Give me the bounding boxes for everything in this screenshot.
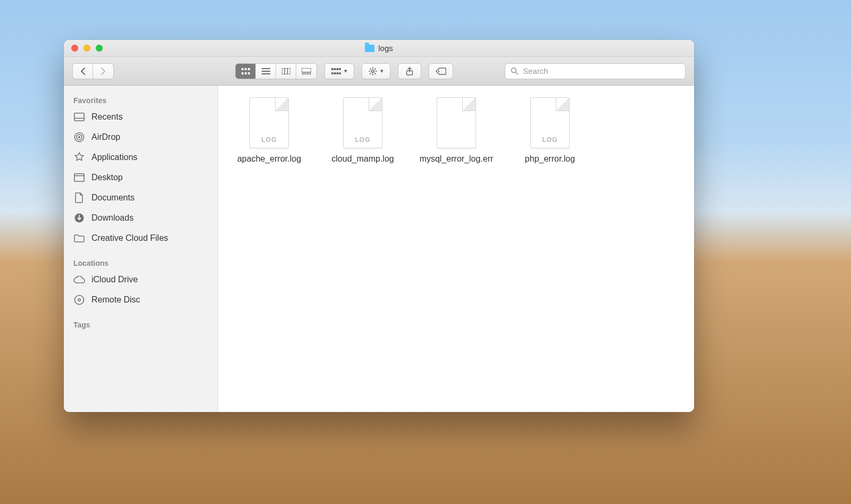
svg-rect-18 (334, 68, 336, 70)
view-columns-button[interactable] (276, 64, 296, 79)
file-kind-label: LOG (531, 136, 569, 144)
zoom-button[interactable] (96, 45, 103, 52)
file-name: mysql_error_log.err (420, 154, 494, 164)
sidebar-item-remote-disc[interactable]: Remote Disc (64, 290, 218, 310)
file-icon: LOG (249, 97, 289, 148)
file-name: apache_error.log (237, 154, 301, 164)
search-field[interactable] (505, 63, 686, 79)
tag-icon (436, 68, 446, 75)
file-icon: LOG (343, 97, 382, 148)
view-gallery-button[interactable] (296, 64, 316, 79)
file-icon (437, 97, 476, 148)
sidebar-item-label: Creative Cloud Files (91, 233, 168, 243)
toolbar: ▾ ▾ (64, 57, 694, 86)
search-input[interactable] (523, 66, 680, 75)
sidebar-item-label: Downloads (91, 213, 134, 223)
file-kind-label: LOG (250, 136, 288, 144)
downloads-icon (73, 212, 85, 224)
file-item[interactable]: LOGapache_error.log (224, 95, 314, 166)
svg-point-47 (78, 299, 80, 301)
sidebar-section-locations: Locations (64, 256, 218, 270)
file-item[interactable]: mysql_error_log.err (412, 95, 501, 166)
svg-rect-9 (282, 68, 290, 74)
svg-rect-14 (305, 73, 306, 74)
svg-point-46 (75, 296, 84, 305)
gear-icon (369, 67, 377, 75)
arrange-button[interactable]: ▾ (324, 63, 354, 79)
sidebar-item-creative-cloud[interactable]: Creative Cloud Files (64, 228, 218, 248)
search-icon (511, 67, 519, 75)
tags-button[interactable] (429, 63, 453, 79)
grid-icon (241, 68, 250, 74)
svg-line-32 (375, 68, 376, 69)
file-grid: LOGapache_error.logLOGcloud_mamp.logmysq… (224, 95, 688, 166)
documents-icon (73, 192, 85, 204)
svg-rect-38 (74, 113, 84, 121)
svg-rect-21 (331, 72, 333, 74)
columns-icon (282, 68, 290, 74)
svg-rect-13 (302, 73, 304, 74)
share-icon (406, 67, 413, 75)
sidebar-item-recents[interactable]: Recents (64, 107, 218, 127)
sidebar-item-airdrop[interactable]: AirDrop (64, 127, 218, 147)
svg-rect-1 (245, 68, 247, 70)
minimize-button[interactable] (84, 45, 90, 52)
chevron-down-icon: ▾ (380, 68, 383, 74)
finder-window: logs (64, 40, 694, 412)
file-item[interactable]: LOGphp_error.log (505, 95, 595, 166)
sidebar: Favorites Recents AirDrop Applications (64, 86, 218, 412)
forward-button[interactable] (93, 64, 113, 79)
nav-back-forward (72, 63, 114, 79)
applications-icon (73, 152, 85, 163)
view-list-button[interactable] (256, 64, 276, 79)
sidebar-item-label: Desktop (91, 173, 123, 182)
close-button[interactable] (71, 45, 78, 52)
svg-rect-43 (74, 174, 84, 181)
sidebar-item-downloads[interactable]: Downloads (64, 208, 218, 228)
svg-rect-23 (337, 72, 339, 74)
svg-rect-3 (241, 72, 244, 74)
file-icon: LOG (530, 97, 570, 148)
arrange-icon (331, 68, 341, 74)
svg-rect-0 (241, 68, 244, 70)
gallery-icon (302, 68, 311, 74)
svg-rect-20 (339, 68, 341, 70)
content-area[interactable]: LOGapache_error.logLOGcloud_mamp.logmysq… (218, 86, 694, 412)
titlebar: logs (64, 40, 694, 57)
desktop-icon (73, 172, 85, 183)
svg-line-30 (370, 68, 371, 69)
svg-rect-12 (302, 68, 311, 72)
svg-rect-22 (334, 72, 336, 74)
window-title-text: logs (378, 44, 393, 53)
share-button[interactable] (398, 63, 421, 79)
window-controls (64, 45, 103, 52)
sidebar-item-icloud[interactable]: iCloud Drive (64, 270, 218, 290)
sidebar-item-documents[interactable]: Documents (64, 188, 218, 208)
chevron-down-icon: ▾ (344, 68, 347, 74)
svg-line-33 (370, 73, 371, 74)
sidebar-item-desktop[interactable]: Desktop (64, 167, 218, 188)
action-button[interactable]: ▾ (362, 63, 390, 79)
sidebar-item-applications[interactable]: Applications (64, 147, 218, 167)
folder-icon (73, 232, 85, 244)
sidebar-item-label: AirDrop (91, 132, 120, 142)
disc-icon (73, 294, 85, 306)
file-kind-label: LOG (344, 136, 382, 144)
folder-icon (365, 45, 374, 52)
window-title: logs (64, 44, 694, 53)
svg-point-40 (78, 136, 80, 138)
svg-rect-16 (310, 73, 311, 74)
sidebar-item-label: Applications (91, 153, 137, 162)
view-icons-button[interactable] (236, 64, 256, 79)
window-body: Favorites Recents AirDrop Applications (64, 86, 694, 412)
list-icon (262, 68, 270, 74)
svg-rect-19 (337, 68, 339, 70)
svg-rect-15 (307, 73, 308, 74)
sidebar-section-tags: Tags (64, 317, 218, 331)
back-button[interactable] (73, 64, 93, 79)
file-item[interactable]: LOGcloud_mamp.log (318, 95, 407, 166)
svg-rect-24 (339, 72, 341, 74)
svg-rect-2 (248, 68, 250, 70)
svg-line-31 (375, 73, 376, 74)
svg-line-37 (516, 72, 519, 75)
